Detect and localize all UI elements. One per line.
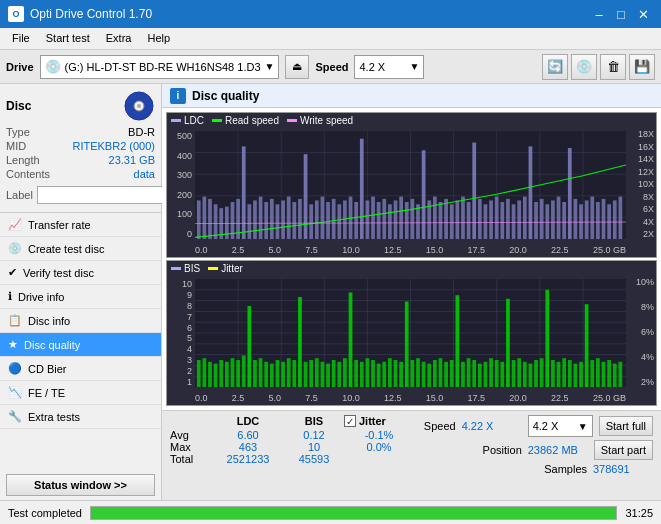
speed-stat-value: 4.22 X [462,420,522,432]
svg-rect-61 [444,199,448,239]
speed-select[interactable]: 4.2 X ▼ [354,55,424,79]
menu-help[interactable]: Help [139,30,178,47]
svg-rect-166 [500,362,504,387]
statusbar: Test completed 31:25 [0,500,661,524]
svg-rect-76 [529,146,533,239]
chart1-legend: LDC Read speed Write speed [171,115,353,126]
speed-select-2[interactable]: 4.2 X ▼ [528,415,593,437]
cd-bier-icon: 🔵 [8,362,22,375]
progress-bar-container [90,506,617,520]
quality-header-icon: i [170,88,186,104]
svg-rect-88 [596,202,600,239]
chart1-y-axis-left: 500 400 300 200 100 0 [167,131,195,239]
disc-icon[interactable]: 💿 [571,54,597,80]
svg-rect-53 [399,197,403,239]
eject-button[interactable]: ⏏ [285,55,309,79]
quality-header: i Disc quality [162,84,661,108]
save-icon[interactable]: 💾 [629,54,655,80]
svg-rect-92 [619,197,623,239]
legend-read-speed-color [212,119,222,122]
svg-rect-164 [489,358,493,387]
svg-rect-119 [236,360,240,387]
drive-icons: 🔄 💿 🗑 💾 [542,54,655,80]
chart2-y-axis-right: 10% 8% 6% 4% 2% [626,261,656,405]
svg-rect-37 [309,204,313,239]
disc-header: Disc [6,90,155,122]
svg-rect-125 [270,364,274,387]
svg-rect-38 [315,200,319,239]
chart2-y-axis-left: 10 9 8 7 6 5 4 3 2 1 [167,279,195,387]
svg-rect-113 [202,358,206,387]
svg-rect-84 [574,199,578,239]
close-button[interactable]: ✕ [633,5,653,23]
svg-rect-153 [427,364,431,387]
nav-drive-info[interactable]: ℹ Drive info [0,285,161,309]
menu-extra[interactable]: Extra [98,30,140,47]
start-full-button[interactable]: Start full [599,416,653,436]
svg-rect-120 [242,356,246,388]
svg-rect-147 [394,360,398,387]
svg-rect-182 [590,360,594,387]
svg-rect-25 [242,146,246,239]
erase-icon[interactable]: 🗑 [600,54,626,80]
start-part-button[interactable]: Start part [594,440,653,460]
nav-extra-tests[interactable]: 🔧 Extra tests [0,405,161,429]
svg-rect-128 [287,358,291,387]
drive-select[interactable]: 💿 (G:) HL-DT-ST BD-RE WH16NS48 1.D3 ▼ [40,55,280,79]
svg-rect-136 [332,360,336,387]
maximize-button[interactable]: □ [611,5,631,23]
stats-left: LDC BIS ✓ Jitter Avg 6.60 0.12 -0.1% Max [170,415,416,465]
nav-transfer-rate[interactable]: 📈 Transfer rate [0,213,161,237]
nav-disc-info[interactable]: 📋 Disc info [0,309,161,333]
nav-fe-te[interactable]: 📉 FE / TE [0,381,161,405]
label-input[interactable] [37,186,181,204]
svg-rect-50 [382,199,386,239]
svg-rect-145 [382,362,386,387]
svg-rect-48 [371,197,375,239]
disc-info-panel: Disc Type BD-R MID RITEKBR2 (000) Lengt [0,84,161,213]
svg-rect-72 [506,199,510,239]
svg-rect-85 [579,204,583,239]
svg-rect-174 [545,290,549,387]
refresh-icon[interactable]: 🔄 [542,54,568,80]
svg-rect-132 [309,360,313,387]
svg-rect-148 [399,362,403,387]
fe-te-icon: 📉 [8,386,22,399]
svg-rect-36 [304,154,308,239]
svg-rect-123 [259,358,263,387]
stats-headers: LDC BIS ✓ Jitter [170,415,416,427]
disc-info-label: Disc info [28,315,70,327]
legend-ldc: LDC [171,115,204,126]
svg-rect-56 [416,204,420,239]
nav-disc-quality[interactable]: ★ Disc quality [0,333,161,357]
content-area: i Disc quality LDC Read speed [162,84,661,500]
length-value: 23.31 GB [109,154,155,166]
menu-file[interactable]: File [4,30,38,47]
position-stat-value: 23862 MB [528,444,588,456]
nav-cd-bier[interactable]: 🔵 CD Bier [0,357,161,381]
svg-rect-170 [523,362,527,387]
cd-bier-label: CD Bier [28,363,67,375]
svg-rect-179 [574,364,578,387]
status-window-button[interactable]: Status window >> [6,474,155,496]
svg-rect-169 [517,358,521,387]
svg-rect-138 [343,358,347,387]
chart2-svg-area [195,279,626,387]
disc-panel-title: Disc [6,99,31,113]
nav-verify-test-disc[interactable]: ✔ Verify test disc [0,261,161,285]
charts-area: LDC Read speed Write speed 500 400 300 [162,108,661,410]
svg-rect-39 [321,197,325,239]
minimize-button[interactable]: – [589,5,609,23]
menu-start-test[interactable]: Start test [38,30,98,47]
svg-rect-90 [607,204,611,239]
jitter-checkbox[interactable]: ✓ [344,415,356,427]
legend-bis: BIS [171,263,200,274]
nav-create-test-disc[interactable]: 💿 Create test disc [0,237,161,261]
svg-rect-177 [562,358,566,387]
svg-rect-68 [484,204,488,239]
max-ldc: 463 [212,441,284,453]
chart1-x-axis: 0.0 2.5 5.0 7.5 10.0 12.5 15.0 17.5 20.0… [195,245,626,255]
contents-label: Contents [6,168,50,180]
bis-header: BIS [284,415,344,427]
svg-rect-134 [321,362,325,387]
